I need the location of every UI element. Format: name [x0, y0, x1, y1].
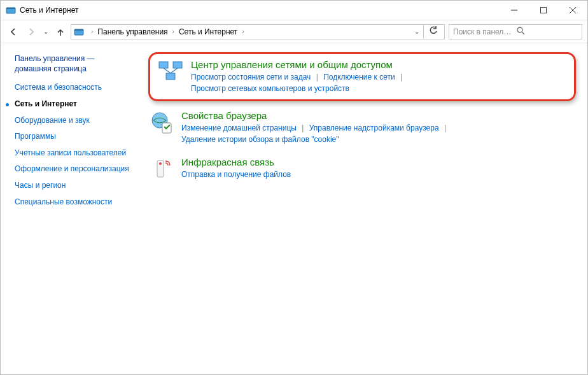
svg-rect-12 [166, 73, 175, 80]
sidebar-item-system-security[interactable]: Система и безопасность [15, 83, 134, 93]
sidebar-item-user-accounts[interactable]: Учетные записи пользователей [15, 148, 134, 159]
refresh-button[interactable] [425, 26, 442, 37]
svg-line-13 [164, 68, 171, 73]
address-bar[interactable]: › Панель управления › Сеть и Интернет › … [71, 24, 445, 39]
sidebar-item-programs[interactable]: Программы [15, 132, 134, 142]
control-panel-address-icon [74, 27, 84, 37]
breadcrumb-segment-1[interactable]: Панель управления [97, 27, 167, 36]
breadcrumb-segment-2[interactable]: Сеть и Интернет [179, 27, 237, 36]
sidebar-item-hardware-sound[interactable]: Оборудование и звук [15, 116, 134, 126]
window-title: Сеть и Интернет [20, 6, 500, 15]
category-title-link[interactable]: Свойства браузера [181, 110, 576, 121]
sidebar-item-clock-region[interactable]: Часы и регион [15, 181, 134, 191]
link-separator: | [316, 73, 318, 81]
back-button[interactable] [6, 24, 21, 39]
link-separator: | [302, 124, 304, 132]
content-area: Центр управления сетями и общим доступом… [137, 43, 587, 374]
recent-dropdown[interactable]: ⌄ [41, 28, 50, 35]
svg-rect-1 [6, 8, 15, 9]
search-icon[interactable] [517, 27, 578, 37]
category-title-link[interactable]: Центр управления сетями и общим доступом [191, 59, 566, 70]
svg-rect-10 [159, 62, 168, 68]
svg-rect-11 [173, 62, 182, 68]
search-placeholder: Поиск в панели управления [453, 27, 514, 36]
titlebar: Сеть и Интернет [1, 1, 587, 20]
forward-button[interactable] [24, 24, 39, 39]
link-change-homepage[interactable]: Изменение домашней страницы [181, 124, 297, 132]
sidebar-item-network-internet[interactable]: Сеть и Интернет [15, 99, 134, 110]
link-separator: | [444, 124, 446, 132]
address-chevron-icon[interactable]: › [88, 28, 96, 35]
svg-point-18 [159, 162, 162, 165]
svg-point-8 [517, 27, 522, 32]
address-chevron-icon[interactable]: › [239, 28, 247, 35]
sidebar-item-ease-of-access[interactable]: Специальные возможности [15, 197, 134, 208]
navbar: ⌄ › Панель управления › Сеть и Интернет … [1, 20, 587, 43]
link-connect-to-network[interactable]: Подключение к сети [323, 73, 395, 81]
window: Сеть и Интернет ⌄ [0, 0, 588, 375]
control-panel-icon [6, 5, 16, 15]
body: Панель управления — домашняя страница Си… [1, 43, 587, 374]
link-delete-history-cookies[interactable]: Удаление истории обзора и файлов "cookie… [181, 135, 339, 144]
category-internet-options: Свойства браузера Изменение домашней стр… [148, 110, 576, 145]
search-input[interactable]: Поиск в панели управления [449, 24, 582, 39]
svg-rect-3 [541, 8, 547, 13]
infrared-icon [148, 157, 174, 182]
category-infrared: Инфракрасная связь Отправка и получение … [148, 157, 576, 182]
link-separator: | [400, 73, 402, 81]
category-title-link[interactable]: Инфракрасная связь [181, 157, 576, 167]
link-view-network-computers[interactable]: Просмотр сетевых компьютеров и устройств [191, 84, 349, 93]
sidebar: Панель управления — домашняя страница Си… [1, 43, 137, 374]
link-send-receive-files[interactable]: Отправка и получение файлов [181, 170, 291, 179]
svg-line-14 [171, 68, 178, 73]
control-panel-home-link[interactable]: Панель управления — домашняя страница [15, 53, 134, 74]
home-link-line1: Панель управления — [15, 54, 95, 63]
link-manage-addons[interactable]: Управление надстройками браузера [309, 124, 439, 132]
address-history-dropdown[interactable]: ⌄ [410, 25, 424, 39]
svg-rect-7 [74, 29, 83, 31]
internet-options-icon [148, 110, 174, 136]
svg-line-9 [522, 32, 524, 34]
close-button[interactable] [558, 1, 587, 20]
category-network-sharing-center: Центр управления сетями и общим доступом… [148, 52, 576, 101]
link-view-network-status[interactable]: Просмотр состояния сети и задач [191, 73, 311, 81]
home-link-line2: домашняя страница [15, 64, 87, 73]
minimize-button[interactable] [500, 1, 529, 20]
window-controls [500, 1, 587, 20]
maximize-button[interactable] [529, 1, 558, 20]
sidebar-item-appearance[interactable]: Оформление и персонализация [15, 164, 134, 174]
up-button[interactable] [53, 24, 68, 39]
network-sharing-icon [158, 59, 183, 85]
address-chevron-icon[interactable]: › [169, 28, 178, 35]
